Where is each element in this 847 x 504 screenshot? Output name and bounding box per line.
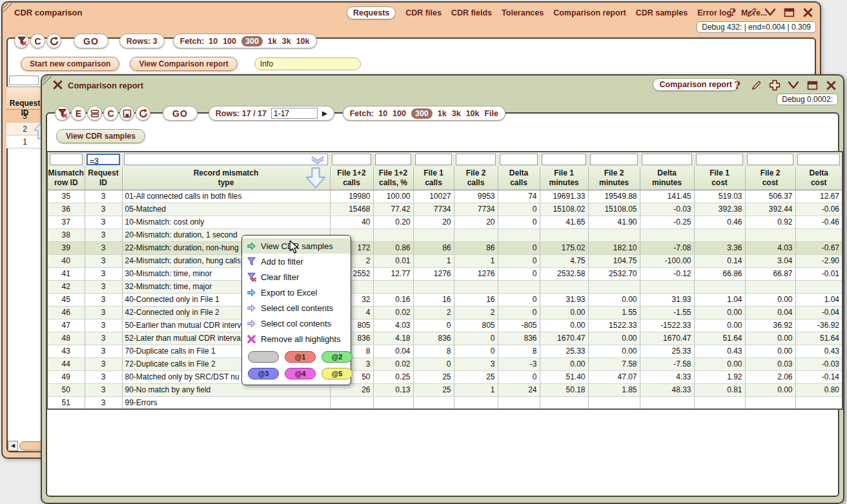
cell-request-id[interactable]: 3 (85, 332, 122, 345)
cell-mismatch-row-id[interactable]: 36 (47, 203, 85, 216)
fetch-option-1k[interactable]: 1k (438, 109, 447, 118)
tab-cdr-files[interactable]: CDR files (405, 8, 442, 17)
c-icon[interactable]: C (30, 34, 45, 48)
cell-value[interactable]: 0.00 (745, 293, 795, 306)
cell-value[interactable]: 1.04 (795, 293, 842, 306)
cell-value[interactable]: 0.25 (373, 370, 413, 383)
cell-mismatch-type[interactable]: 01-All connected calls in both files (122, 190, 330, 203)
column-filter-input[interactable] (642, 154, 692, 165)
cell-value[interactable]: 51.40 (540, 370, 588, 383)
cell-value[interactable]: 25.33 (540, 345, 588, 358)
cell-value[interactable]: 77.42 (373, 203, 413, 216)
column-header-file-2-calls[interactable]: File 2 calls (454, 166, 498, 190)
cell-value[interactable]: 0.04 (745, 306, 795, 319)
filter-dropdown-chevron-icon[interactable] (311, 156, 325, 166)
cell-value[interactable]: 2532.58 (540, 267, 588, 280)
cell-value[interactable]: 1 (454, 254, 498, 267)
fetch-option-10[interactable]: 10 (209, 37, 218, 46)
cell-mismatch-type[interactable]: 99-Errors (122, 396, 330, 409)
cell-value[interactable] (795, 396, 842, 409)
report-row[interactable]: 50390-No match by any field260.132512450… (47, 383, 842, 396)
highlight-button-none[interactable] (248, 351, 279, 363)
cell-value[interactable]: 20 (454, 216, 498, 228)
filter-clear-icon[interactable] (14, 34, 29, 48)
cell-mismatch-row-id[interactable]: 49 (47, 370, 85, 383)
cell-value[interactable]: 0.00 (694, 319, 745, 332)
report-row[interactable]: 41330-Mismatch: time, minor255212.771276… (47, 267, 842, 280)
cell-value[interactable] (694, 396, 745, 409)
column-filter-input[interactable] (542, 156, 586, 166)
column-header-delta-cost[interactable]: Delta cost (795, 166, 842, 190)
c-icon[interactable]: C (103, 106, 118, 121)
report-row[interactable]: 45340-Connected only in File 1320.161616… (47, 293, 842, 306)
column-filter-input[interactable] (415, 154, 452, 165)
cell-value[interactable]: 19691.33 (540, 190, 588, 203)
cell-value[interactable]: 392.44 (745, 203, 795, 216)
cell-value[interactable]: -2.90 (795, 254, 842, 267)
cell-mismatch-type[interactable]: 10-Mismatch: cost only (122, 216, 330, 228)
cell-value[interactable]: 0.04 (373, 345, 413, 358)
cell-mismatch-row-id[interactable]: 35 (47, 190, 85, 203)
view-comparison-report-button[interactable]: View Comparison report (130, 57, 237, 71)
cell-mismatch-row-id[interactable]: 48 (47, 332, 85, 345)
cell-value[interactable]: 0.81 (694, 383, 745, 396)
cell-value[interactable]: 41.90 (588, 216, 640, 228)
column-header-file-1-2-calls[interactable]: File 1+2 calls (330, 166, 373, 190)
cell-value[interactable]: 19549.88 (588, 190, 640, 203)
column-filter-input[interactable] (125, 156, 327, 166)
report-titlebar[interactable]: Comparison report Comparison report ? (42, 76, 843, 94)
report-row[interactable]: 42332-Mismatch: time, major (47, 280, 842, 293)
cell-value[interactable]: 0 (498, 306, 540, 319)
cell-request-id[interactable]: 3 (85, 203, 122, 216)
cell-value[interactable]: 1276 (413, 267, 454, 280)
column-filter-input[interactable] (416, 156, 451, 166)
cell-value[interactable]: 8 (498, 345, 540, 358)
cell-value[interactable]: 0.00 (745, 345, 795, 358)
cell-value[interactable]: 15468 (330, 203, 373, 216)
cell-value[interactable] (413, 396, 454, 409)
cell-value[interactable]: 0.02 (373, 306, 413, 319)
fetch-option-100[interactable]: 100 (393, 109, 406, 118)
help-icon[interactable]: ? (731, 79, 743, 91)
cell-value[interactable]: -0.46 (795, 216, 842, 228)
cell-value[interactable] (745, 396, 795, 409)
cell-value[interactable]: 8 (413, 345, 454, 358)
split-rows-icon[interactable] (87, 106, 102, 121)
cell-value[interactable]: -0.14 (795, 370, 842, 383)
cell-value[interactable]: 0.43 (694, 345, 745, 358)
cell-request-id[interactable]: 3 (85, 358, 122, 370)
cell-value[interactable]: 74 (498, 190, 540, 203)
cell-value[interactable]: -805 (498, 319, 540, 332)
chevron-down-icon[interactable] (788, 79, 799, 91)
report-row[interactable]: 36305-Matched1546877.4277347734015108.02… (47, 203, 842, 216)
cell-value[interactable]: 1 (413, 254, 454, 267)
cell-value[interactable]: 2532.70 (588, 267, 640, 280)
column-filter-input[interactable] (375, 154, 411, 165)
cell-value[interactable]: 26 (330, 383, 373, 396)
cell-mismatch-row-id[interactable]: 45 (47, 293, 85, 306)
fetch-option-3k[interactable]: 3k (452, 109, 461, 118)
cell-value[interactable]: -0.12 (640, 267, 694, 280)
cell-mismatch-row-id[interactable]: 47 (47, 319, 85, 332)
report-row[interactable]: 46342-Connected only in File 240.022200.… (47, 306, 842, 319)
cell-value[interactable]: 0.00 (540, 358, 588, 370)
cell-value[interactable]: 0 (498, 216, 540, 228)
cell-value[interactable] (498, 396, 540, 409)
column-header-file-1-minutes[interactable]: File 1 minutes (540, 166, 588, 190)
column-filter-input[interactable] (697, 156, 742, 166)
help-icon[interactable]: ? (727, 6, 739, 18)
cell-value[interactable]: 0.00 (588, 345, 640, 358)
cell-value[interactable]: 1276 (454, 267, 498, 280)
report-row[interactable]: 48352-Later than mutual CDR interva8364.… (47, 332, 842, 345)
cell-value[interactable] (498, 280, 540, 293)
column-header-delta-minutes[interactable]: Delta minutes (640, 166, 694, 190)
cell-value[interactable]: 25 (413, 383, 454, 396)
cell-value[interactable] (795, 228, 842, 241)
column-filter-input[interactable] (748, 156, 793, 166)
cell-value[interactable]: 0 (498, 293, 540, 306)
column-filter-input[interactable] (332, 154, 371, 165)
cell-request-id[interactable]: 3 (85, 267, 122, 280)
cell-request-id[interactable]: 3 (85, 190, 122, 203)
highlight-button-1[interactable]: @1 (285, 351, 316, 363)
cell-request-id[interactable]: 3 (85, 306, 122, 319)
